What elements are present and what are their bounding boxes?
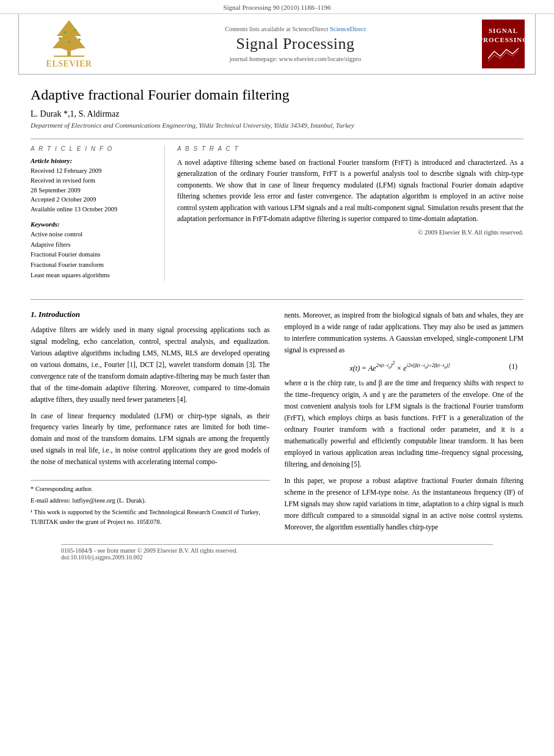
badge-title-line1: SIGNAL bbox=[489, 26, 518, 35]
svg-point-7 bbox=[68, 41, 70, 43]
elsevier-wordmark: ELSEVIER bbox=[46, 59, 92, 69]
intro-para-5: In this paper, we propose a robust adapt… bbox=[285, 475, 524, 533]
body-divider bbox=[31, 299, 523, 300]
footnote-corresponding: * Corresponding author. bbox=[31, 484, 270, 494]
keyword-1: Active noise control bbox=[31, 230, 156, 240]
footnote-email: E-mail address: lutfiye@ieee.org (L. Dur… bbox=[31, 496, 270, 506]
intro-para-2: In case of linear frequency modulated (L… bbox=[31, 410, 270, 468]
footnote-grant: ¹ This work is supported by the Scientif… bbox=[31, 507, 270, 527]
badge-title-line2: PROCESSING bbox=[478, 35, 528, 44]
article-info-column: A R T I C L E I N F O Article history: R… bbox=[31, 145, 165, 281]
badge-decoration bbox=[488, 46, 519, 62]
intro-para-1: Adaptive filters are widely used in many… bbox=[31, 324, 270, 405]
keywords-label: Keywords: bbox=[31, 220, 156, 228]
keyword-5: Least mean squares algorithms bbox=[31, 271, 156, 281]
body-content: 1. Introduction Adaptive filters are wid… bbox=[0, 299, 554, 561]
footer-text: 0165-1684/$ - see front matter © 2009 El… bbox=[61, 547, 238, 554]
received-date: Received 12 February 2009 bbox=[31, 166, 156, 176]
body-right-column: nents. Moreover, as inspired from the bi… bbox=[285, 310, 524, 538]
svg-point-3 bbox=[59, 37, 61, 40]
article-info-header: A R T I C L E I N F O bbox=[31, 145, 156, 152]
keyword-4: Fractional Fourier transform bbox=[31, 260, 156, 271]
main-content-area: Adaptive fractional Fourier domain filte… bbox=[0, 75, 554, 293]
keyword-2: Adaptive filters bbox=[31, 240, 156, 250]
journal-title: Signal Processing bbox=[112, 35, 479, 53]
header-divider bbox=[31, 139, 523, 139]
journal-header: ELSEVIER Contents lists available at Sci… bbox=[18, 14, 536, 75]
intro-para-4: where α is the chirp rate, t₀ and β are … bbox=[285, 377, 524, 470]
signal-processing-badge: SIGNAL PROCESSING bbox=[482, 20, 525, 68]
affiliation: Department of Electronics and Communicat… bbox=[31, 122, 523, 129]
svg-rect-1 bbox=[54, 56, 84, 57]
journal-title-area: Contents lists available at ScienceDirec… bbox=[112, 26, 479, 62]
intro-para-3: nents. Moreover, as inspired from the bi… bbox=[285, 310, 524, 356]
abstract-text: A novel adaptive filtering scheme based … bbox=[177, 157, 523, 224]
revised-label: Received in revised form bbox=[31, 176, 156, 186]
sciencedirect-line: Contents lists available at ScienceDirec… bbox=[112, 26, 479, 32]
elsevier-logo-area: ELSEVIER bbox=[26, 19, 112, 69]
elsevier-tree-icon bbox=[42, 19, 97, 57]
keywords-section: Keywords: Active noise control Adaptive … bbox=[31, 220, 156, 281]
signal-badge-area: SIGNAL PROCESSING bbox=[479, 20, 528, 68]
journal-citation: Signal Processing 90 (2010) 1188–1196 bbox=[0, 0, 554, 14]
equation-1: x(t) = Ae2π(t−t0)2 × ei2π[β(t−t0)+2β(t−t… bbox=[285, 361, 524, 373]
page-footer: 0165-1684/$ - see front matter © 2009 El… bbox=[61, 544, 493, 561]
history-label: Article history: bbox=[31, 157, 156, 164]
article-title: Adaptive fractional Fourier domain filte… bbox=[31, 87, 523, 103]
svg-point-4 bbox=[64, 31, 66, 34]
revised-date: 28 September 2009 bbox=[31, 186, 156, 195]
body-left-column: 1. Introduction Adaptive filters are wid… bbox=[31, 310, 270, 538]
body-columns: 1. Introduction Adaptive filters are wid… bbox=[31, 310, 523, 538]
article-info-abstract-row: A R T I C L E I N F O Article history: R… bbox=[31, 145, 523, 281]
available-date: Available online 13 October 2009 bbox=[31, 205, 156, 214]
authors: L. Durak *,1, S. Aldirmaz bbox=[31, 109, 523, 119]
abstract-header: A B S T R A C T bbox=[177, 145, 523, 152]
intro-section-title: 1. Introduction bbox=[31, 310, 270, 319]
svg-marker-2 bbox=[53, 20, 86, 51]
svg-point-5 bbox=[74, 29, 76, 31]
keyword-3: Fractional Fourier domains bbox=[31, 250, 156, 260]
journal-homepage: journal homepage: www.elsevier.com/locat… bbox=[112, 56, 479, 62]
footer-doi: doi:10.1016/j.sigpro.2009.10.002 bbox=[61, 554, 143, 561]
equation-number: (1) bbox=[509, 363, 517, 370]
sciencedirect-link[interactable]: ScienceDirect bbox=[330, 26, 366, 32]
equation-content: x(t) = Ae2π(t−t0)2 × ei2π[β(t−t0)+2β(t−t… bbox=[291, 361, 509, 373]
accepted-date: Accepted 2 October 2009 bbox=[31, 195, 156, 205]
svg-point-6 bbox=[78, 38, 81, 41]
footnote-area: * Corresponding author. E-mail address: … bbox=[31, 480, 270, 526]
abstract-column: A B S T R A C T A novel adaptive filteri… bbox=[177, 145, 523, 281]
copyright-line: © 2009 Elsevier B.V. All rights reserved… bbox=[177, 229, 523, 236]
article-history: Article history: Received 12 February 20… bbox=[31, 157, 156, 214]
